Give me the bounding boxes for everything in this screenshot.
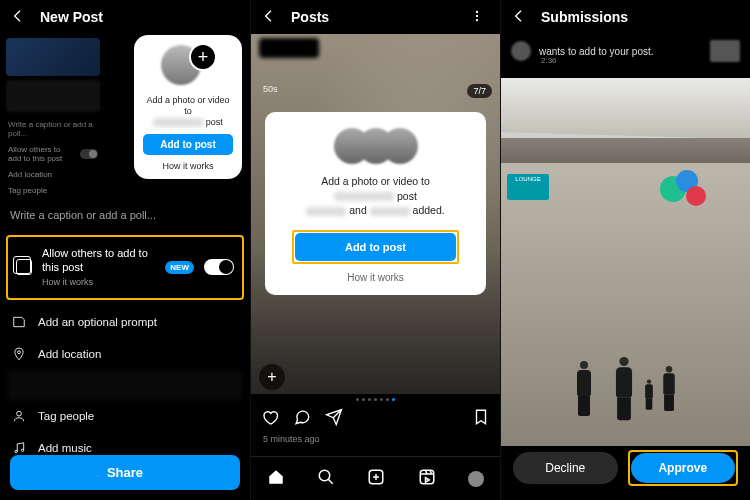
submission-text: wants to add to your post. (539, 46, 654, 57)
mini-allow-row: Allow others to add to this post (8, 145, 98, 163)
submissions-screen: Submissions wants to add to your post. 2… (500, 0, 750, 500)
reels-icon[interactable] (418, 468, 436, 490)
svg-point-3 (21, 449, 23, 451)
share-button[interactable]: Share (10, 455, 240, 490)
mini-toggle[interactable] (80, 149, 98, 159)
post-actions (251, 408, 500, 430)
page-title: Submissions (541, 9, 628, 25)
svg-point-4 (476, 10, 478, 12)
media-thumb[interactable] (6, 80, 100, 112)
add-to-post-button[interactable]: Add to post (295, 233, 456, 261)
submission-thumb (710, 40, 740, 62)
avatar (511, 41, 531, 61)
add-to-post-card: + Add a photo or video to post Add to po… (134, 35, 242, 179)
avatar-add: + (161, 45, 215, 87)
home-icon[interactable] (267, 468, 285, 490)
svg-point-5 (476, 14, 478, 16)
new-post-screen: New Post Write a caption or add a poll..… (0, 0, 250, 500)
svg-point-2 (15, 450, 17, 452)
profile-icon[interactable] (468, 471, 484, 487)
elapsed-time: 50s (263, 84, 278, 94)
mini-options: Write a caption or add a poll... Allow o… (6, 116, 100, 195)
svg-point-6 (476, 18, 478, 20)
how-it-works-link[interactable]: How it works (162, 161, 213, 171)
highlight-box: Approve (628, 450, 739, 486)
how-it-works-link[interactable]: How it works (347, 272, 404, 283)
allow-others-toggle-row[interactable]: Allow others to add to this post How it … (6, 235, 244, 300)
header: Submissions (501, 0, 750, 34)
carousel-dots (251, 398, 500, 401)
posts-screen: Posts 50s 7/7 Add a photo or video to po… (250, 0, 500, 500)
add-location-row[interactable]: Add location (0, 338, 250, 370)
add-to-post-button[interactable]: Add to post (143, 134, 233, 155)
tag-people-row[interactable]: Tag people (0, 400, 250, 432)
new-badge: NEW (165, 261, 194, 274)
like-icon[interactable] (261, 408, 279, 430)
save-icon[interactable] (472, 408, 490, 430)
card-text: Add a photo or video to post (142, 95, 234, 127)
media-thumb[interactable] (6, 38, 100, 76)
redacted-row (8, 370, 242, 400)
add-to-post-modal: Add a photo or video to post and added. … (265, 112, 486, 295)
caption-input[interactable]: Write a caption or add a poll... (0, 199, 250, 229)
create-icon[interactable] (367, 468, 385, 490)
carousel-counter: 7/7 (467, 84, 492, 98)
search-icon[interactable] (317, 468, 335, 490)
post-time: 5 minutes ago (263, 434, 320, 444)
submission-row[interactable]: wants to add to your post. (501, 34, 750, 72)
stack-icon (16, 259, 32, 275)
mini-location: Add location (8, 170, 98, 179)
plus-icon: + (189, 43, 217, 71)
approve-button[interactable]: Approve (631, 453, 736, 483)
header: New Post (0, 0, 250, 34)
modal-text: Add a photo or video to post and added. (306, 174, 444, 218)
add-prompt-row[interactable]: Add an optional prompt (0, 306, 250, 338)
comment-icon[interactable] (293, 408, 311, 430)
bottom-nav (251, 456, 500, 500)
svg-point-0 (18, 351, 21, 354)
highlight-box: Add to post (292, 230, 459, 264)
decline-button[interactable]: Decline (513, 452, 618, 484)
approval-actions: Decline Approve (501, 450, 750, 486)
add-fab[interactable]: + (259, 364, 285, 390)
header: Posts (251, 0, 500, 34)
allow-title: Allow others to add to this post (42, 247, 155, 275)
mini-caption: Write a caption or add a poll... (8, 120, 98, 138)
share-icon[interactable] (325, 408, 343, 430)
how-it-works-link[interactable]: How it works (42, 277, 155, 288)
avatar-group (340, 128, 412, 164)
mini-tag: Tag people (8, 186, 98, 195)
lounge-sign: LOUNGE (507, 174, 549, 200)
back-icon[interactable] (10, 8, 26, 27)
back-icon[interactable] (261, 8, 277, 27)
allow-toggle[interactable] (204, 259, 234, 275)
redacted-username (259, 38, 319, 58)
logo-sculpture (660, 170, 710, 210)
svg-point-7 (320, 470, 331, 481)
svg-point-1 (17, 411, 22, 416)
page-title: New Post (40, 9, 103, 25)
back-icon[interactable] (511, 8, 527, 27)
page-title: Posts (291, 9, 329, 25)
submission-photo[interactable]: LOUNGE (501, 78, 750, 446)
submission-time: 2:36 (541, 56, 557, 65)
more-icon[interactable] (464, 3, 490, 32)
